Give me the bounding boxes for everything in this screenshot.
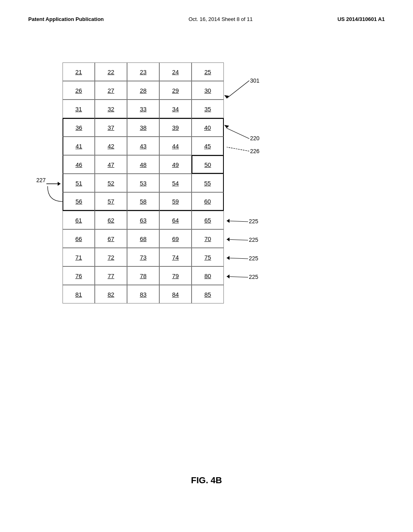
table-cell: 55 — [192, 174, 224, 192]
table-cell: 61 — [63, 211, 95, 229]
table-cell: 33 — [127, 100, 159, 118]
grid-row: 8182838485 — [63, 285, 224, 303]
grid-row: 4647484950 — [63, 155, 224, 174]
label-225-4: 225 — [249, 274, 259, 280]
arrow-226 — [227, 147, 249, 151]
cell-grid: 2122232425262728293031323334353637383940… — [63, 62, 224, 303]
arrowhead-225-4 — [227, 274, 229, 278]
table-cell: 24 — [159, 62, 192, 81]
header-right: US 2014/310601 A1 — [338, 16, 385, 22]
grid-row: 5657585960 — [63, 192, 224, 211]
arrow-225-4 — [227, 276, 248, 277]
table-cell: 46 — [63, 155, 95, 174]
diagram-container: 2122232425262728293031323334353637383940… — [63, 62, 224, 303]
label-227: 227 — [36, 177, 46, 183]
table-cell: 67 — [95, 229, 127, 248]
table-cell: 84 — [159, 285, 192, 303]
arrowhead-225-3 — [227, 256, 229, 260]
table-cell: 51 — [63, 174, 95, 192]
grid-row: 7172737475 — [63, 248, 224, 266]
table-cell: 69 — [159, 229, 192, 248]
table-cell: 29 — [159, 81, 192, 100]
grid-row: 5152535455 — [63, 174, 224, 192]
table-cell: 45 — [192, 137, 224, 155]
table-cell: 76 — [63, 266, 95, 285]
table-cell: 21 — [63, 62, 95, 81]
table-cell: 27 — [95, 81, 127, 100]
table-cell: 65 — [192, 211, 224, 229]
arrow-225-2 — [227, 239, 248, 240]
grid-row: 2122232425 — [63, 62, 224, 81]
label-225-3: 225 — [249, 255, 259, 262]
grid-row: 4142434445 — [63, 137, 224, 155]
table-cell: 37 — [95, 118, 127, 137]
arrow-225-1 — [227, 221, 248, 222]
arrow-301 — [227, 81, 249, 98]
table-cell: 77 — [95, 266, 127, 285]
header-left: Patent Application Publication — [28, 16, 104, 22]
table-cell: 36 — [63, 118, 95, 137]
label-226: 226 — [250, 148, 260, 154]
table-cell: 31 — [63, 100, 95, 118]
table-cell: 42 — [95, 137, 127, 155]
arrowhead-225-2 — [227, 237, 229, 241]
table-cell: 26 — [63, 81, 95, 100]
table-cell: 35 — [192, 100, 224, 118]
table-cell: 28 — [127, 81, 159, 100]
arrow-220 — [227, 128, 249, 139]
table-cell: 57 — [95, 192, 127, 211]
table-cell: 44 — [159, 137, 192, 155]
table-cell: 58 — [127, 192, 159, 211]
table-cell: 85 — [192, 285, 224, 303]
table-cell: 68 — [127, 229, 159, 248]
arrowhead-227 — [58, 182, 60, 186]
table-cell: 32 — [95, 100, 127, 118]
table-cell: 54 — [159, 174, 192, 192]
table-cell: 78 — [127, 266, 159, 285]
table-cell: 70 — [192, 229, 224, 248]
table-cell: 80 — [192, 266, 224, 285]
table-cell: 63 — [127, 211, 159, 229]
arrowhead-220 — [224, 125, 229, 128]
arrowhead-225-1 — [227, 219, 229, 223]
arrowhead-301 — [224, 95, 229, 98]
table-cell: 56 — [63, 192, 95, 211]
header-center: Oct. 16, 2014 Sheet 8 of 11 — [188, 16, 252, 22]
table-cell: 74 — [159, 248, 192, 266]
table-cell: 50 — [192, 155, 224, 174]
grid-row: 6667686970 — [63, 229, 224, 248]
table-cell: 79 — [159, 266, 192, 285]
label-225-2: 225 — [249, 237, 259, 243]
table-cell: 48 — [127, 155, 159, 174]
table-cell: 39 — [159, 118, 192, 137]
table-cell: 52 — [95, 174, 127, 192]
table-cell: 41 — [63, 137, 95, 155]
table-cell: 40 — [192, 118, 224, 137]
table-cell: 64 — [159, 211, 192, 229]
table-cell: 72 — [95, 248, 127, 266]
table-cell: 81 — [63, 285, 95, 303]
table-cell: 23 — [127, 62, 159, 81]
label-220: 220 — [250, 135, 260, 141]
table-cell: 71 — [63, 248, 95, 266]
table-cell: 25 — [192, 62, 224, 81]
grid-row: 6162636465 — [63, 211, 224, 229]
table-cell: 82 — [95, 285, 127, 303]
bracket-227 — [48, 186, 63, 202]
table-cell: 62 — [95, 211, 127, 229]
label-301: 301 — [250, 77, 260, 84]
page-header: Patent Application Publication Oct. 16, … — [0, 16, 413, 22]
table-cell: 59 — [159, 192, 192, 211]
table-cell: 53 — [127, 174, 159, 192]
table-cell: 22 — [95, 62, 127, 81]
table-cell: 66 — [63, 229, 95, 248]
arrow-225-3 — [227, 258, 248, 259]
table-cell: 34 — [159, 100, 192, 118]
figure-label: FIG. 4B — [0, 475, 413, 486]
table-cell: 30 — [192, 81, 224, 100]
table-cell: 83 — [127, 285, 159, 303]
label-225-1: 225 — [249, 218, 259, 224]
table-cell: 60 — [192, 192, 224, 211]
table-cell: 73 — [127, 248, 159, 266]
table-cell: 49 — [159, 155, 192, 174]
